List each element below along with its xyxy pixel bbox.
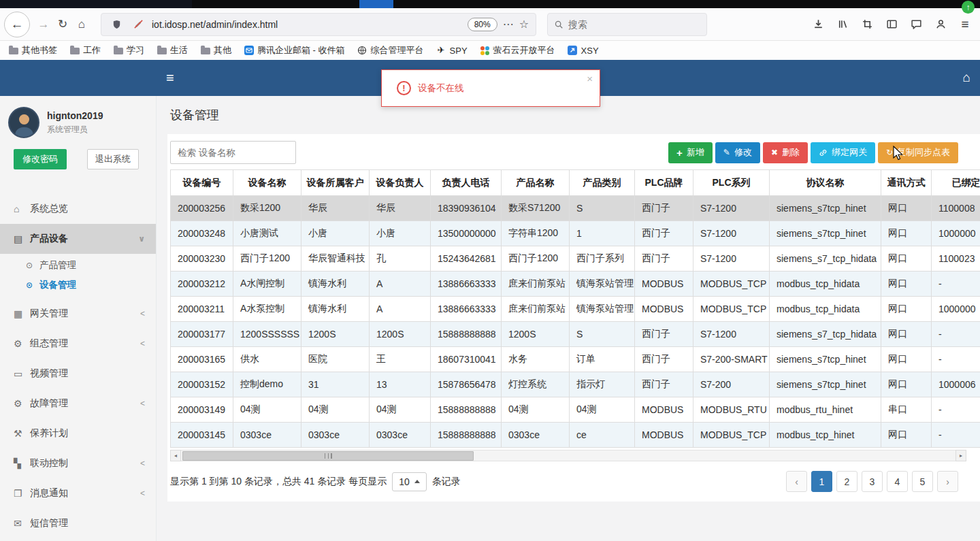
bookmark-item[interactable]: 其他书签: [8, 44, 57, 56]
sidebar-panel-icon[interactable]: [883, 16, 900, 33]
chevron-left-icon: <: [140, 459, 145, 468]
scrollbar-thumb[interactable]: [182, 451, 474, 461]
sidebar-item[interactable]: ❐消息通知<: [0, 478, 156, 508]
device-search-input[interactable]: [170, 141, 296, 164]
cell: 网口: [881, 297, 932, 322]
page-actions-icon[interactable]: ⋯: [503, 18, 514, 31]
bookmark-item[interactable]: 工作: [69, 44, 101, 56]
page-size-select[interactable]: 10: [392, 472, 427, 491]
table-row[interactable]: 200003230西门子1200华辰智通科技孔15243642681西门子120…: [171, 246, 980, 272]
column-header[interactable]: 设备负责人: [370, 170, 431, 196]
home-button[interactable]: ⌂: [72, 15, 91, 34]
scroll-right-button[interactable]: ▸: [956, 450, 966, 461]
logout-button[interactable]: 退出系统: [87, 149, 139, 169]
message-bubble-icon[interactable]: [908, 16, 924, 33]
column-header[interactable]: PLC系列: [693, 170, 770, 196]
column-header[interactable]: 协议名称: [770, 170, 881, 196]
bookmark-star-icon[interactable]: ☆: [519, 18, 529, 31]
screenshot-icon[interactable]: [859, 16, 875, 33]
table-row[interactable]: 200003256数采1200华辰华辰18390936104数采S71200S西…: [171, 196, 980, 221]
bookmark-item[interactable]: 其他: [200, 44, 231, 56]
reload-button[interactable]: ↻: [53, 15, 72, 34]
sidebar-item[interactable]: ▚联动控制<: [0, 448, 156, 478]
sidebar-item[interactable]: ⌂系统总览: [0, 194, 156, 224]
sidebar-toggle-icon[interactable]: ≡: [166, 70, 174, 85]
cell: 网口: [881, 272, 932, 297]
cell: A水闸控制: [233, 272, 301, 297]
sidebar-item[interactable]: ✉短信管理: [0, 508, 156, 538]
page-button[interactable]: 5: [912, 471, 933, 492]
next-page-button[interactable]: ›: [937, 471, 958, 492]
app-home-icon[interactable]: ⌂: [963, 70, 970, 85]
column-header[interactable]: 设备所属客户: [301, 170, 370, 196]
scroll-left-button[interactable]: ◂: [170, 450, 181, 461]
table-row[interactable]: 2000031450303ce0303ce0303ce1588888888803…: [171, 423, 980, 448]
account-icon[interactable]: [932, 16, 949, 33]
avatar[interactable]: [8, 107, 39, 138]
column-header[interactable]: 设备编号: [171, 170, 233, 196]
bookmark-item[interactable]: 生活: [157, 44, 188, 56]
page-button[interactable]: 3: [862, 471, 883, 492]
table-row[interactable]: 200003212A水闸控制镇海水利A13886663333庶来们前泵站镇海泵站…: [171, 272, 980, 297]
table-row[interactable]: 20000314904测04测04测1588888888804测04测MODBU…: [171, 397, 980, 423]
menu-icon[interactable]: ≡: [957, 16, 973, 33]
cell: S7-200: [693, 372, 770, 397]
cell: 西门子: [635, 347, 693, 372]
bookmark-item[interactable]: XSY: [568, 46, 599, 56]
table-row[interactable]: 200003152控制demo311315878656478灯控系统指示灯西门子…: [171, 372, 980, 397]
cell: 网口: [881, 423, 932, 448]
shield-icon[interactable]: [108, 16, 125, 33]
download-icon[interactable]: [810, 16, 826, 33]
blocked-content-icon[interactable]: [130, 16, 146, 33]
browser-search-bar[interactable]: [547, 13, 707, 36]
sidebar-subitem[interactable]: ⊙设备管理: [0, 275, 156, 295]
alert-close-icon[interactable]: ×: [587, 73, 593, 84]
table-row[interactable]: 2000031771200SSSSSS1200S1200S15888888888…: [171, 322, 980, 347]
add-button[interactable]: +新增: [668, 142, 713, 163]
sidebar-menu: ⌂系统总览▤产品设备∨⊙产品管理⊙设备管理▦网关管理<⚙组态管理<▭视频管理⚙故…: [0, 194, 156, 538]
column-header[interactable]: 产品类别: [570, 170, 635, 196]
url-text[interactable]: iot.idosp.net/admin/index.html: [152, 19, 278, 30]
table-container: 设备编号设备名称设备所属客户设备负责人负责人电话产品名称产品类别PLC品牌PLC…: [170, 169, 980, 448]
delete-button[interactable]: ✖删除: [763, 142, 808, 163]
column-header[interactable]: 通讯方式: [881, 170, 932, 196]
bookmark-item[interactable]: 学习: [113, 44, 144, 56]
sidebar-item[interactable]: ⚙故障管理<: [0, 389, 156, 419]
column-header[interactable]: 产品名称: [502, 170, 570, 196]
forward-button[interactable]: →: [34, 15, 53, 34]
page-button[interactable]: 2: [836, 471, 858, 492]
change-password-button[interactable]: 修改密码: [14, 149, 67, 169]
back-button[interactable]: ←: [4, 12, 30, 37]
column-header[interactable]: 负责人电话: [431, 170, 502, 196]
cell: 200003177: [171, 322, 233, 347]
column-header[interactable]: 设备名称: [233, 170, 301, 196]
column-header[interactable]: 已绑定网关: [932, 170, 980, 196]
sidebar-item[interactable]: ▤产品设备∨: [0, 224, 156, 254]
bookmark-item[interactable]: 综合管理平台: [357, 44, 424, 56]
sidebar-item[interactable]: ▭视频管理: [0, 359, 156, 389]
prev-page-button[interactable]: ‹: [786, 471, 807, 492]
titlebar-active-tab[interactable]: [359, 0, 393, 8]
sidebar-item[interactable]: ▦网关管理<: [0, 299, 156, 329]
scrollbar-track[interactable]: [181, 450, 956, 461]
table-row[interactable]: 200003211A水泵控制镇海水利A13886663333庶来们前泵站镇海泵站…: [171, 297, 980, 322]
url-bar[interactable]: iot.idosp.net/admin/index.html 80% ⋯ ☆: [101, 13, 536, 36]
page-button[interactable]: 4: [887, 471, 908, 492]
table-row[interactable]: 200003165供水医院王18607310041水务订单西门子S7-200-S…: [171, 347, 980, 372]
copy-sync-table-button[interactable]: ↻复制同步点表: [878, 142, 958, 163]
sidebar-subitem[interactable]: ⊙产品管理: [0, 255, 156, 275]
page-button[interactable]: 1: [811, 471, 832, 492]
zoom-indicator[interactable]: 80%: [468, 18, 497, 31]
bookmark-item[interactable]: 萤石云开放平台: [480, 44, 555, 56]
edit-button[interactable]: ✎修改: [715, 142, 760, 163]
browser-search-input[interactable]: [568, 19, 684, 30]
library-icon[interactable]: [834, 16, 851, 33]
sidebar-item[interactable]: ⚒保养计划: [0, 419, 156, 448]
bookmark-item[interactable]: ✈SPY: [436, 46, 468, 56]
table-row[interactable]: 200003248小唐测试小唐小唐13500000000字符串12001西门子S…: [171, 221, 980, 246]
bind-gateway-button[interactable]: 绑定网关: [811, 142, 875, 163]
bookmark-item[interactable]: 腾讯企业邮箱 - 收件箱: [244, 44, 345, 56]
sidebar-item[interactable]: ⚙组态管理<: [0, 329, 156, 359]
column-header[interactable]: PLC品牌: [635, 170, 693, 196]
update-available-icon[interactable]: ↑: [962, 1, 975, 14]
